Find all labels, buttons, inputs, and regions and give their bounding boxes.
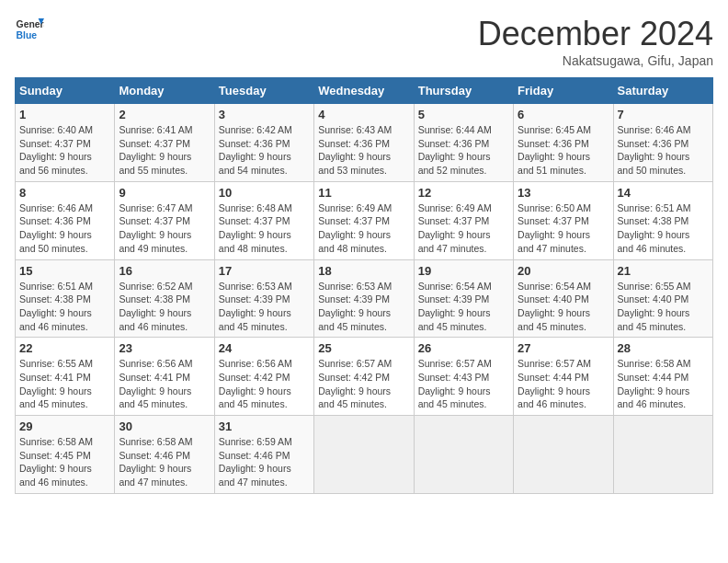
day-info: Sunrise: 6:58 AM Sunset: 4:46 PM Dayligh… — [119, 435, 210, 489]
day-number: 14 — [618, 186, 709, 200]
day-number: 30 — [119, 419, 210, 433]
calendar-cell: 4Sunrise: 6:43 AM Sunset: 4:36 PM Daylig… — [314, 104, 414, 182]
day-info: Sunrise: 6:44 AM Sunset: 4:36 PM Dayligh… — [418, 123, 509, 178]
day-info: Sunrise: 6:55 AM Sunset: 4:41 PM Dayligh… — [19, 357, 110, 411]
calendar-week-2: 8Sunrise: 6:46 AM Sunset: 4:36 PM Daylig… — [16, 181, 713, 259]
day-number: 16 — [119, 264, 210, 278]
day-info: Sunrise: 6:49 AM Sunset: 4:37 PM Dayligh… — [318, 201, 409, 256]
day-info: Sunrise: 6:45 AM Sunset: 4:36 PM Dayligh… — [518, 123, 609, 178]
day-number: 1 — [19, 108, 110, 121]
day-info: Sunrise: 6:53 AM Sunset: 4:39 PM Dayligh… — [318, 280, 409, 334]
day-info: Sunrise: 6:42 AM Sunset: 4:36 PM Dayligh… — [219, 123, 310, 178]
calendar-cell: 26Sunrise: 6:57 AM Sunset: 4:43 PM Dayli… — [414, 338, 513, 416]
day-number: 29 — [19, 419, 110, 433]
day-number: 23 — [119, 341, 210, 355]
calendar-cell: 7Sunrise: 6:46 AM Sunset: 4:36 PM Daylig… — [613, 104, 712, 182]
day-number: 3 — [219, 108, 310, 121]
calendar-cell: 20Sunrise: 6:54 AM Sunset: 4:40 PM Dayli… — [514, 259, 613, 338]
day-info: Sunrise: 6:51 AM Sunset: 4:38 PM Dayligh… — [19, 280, 110, 334]
day-number: 9 — [119, 186, 210, 200]
calendar-cell: 11Sunrise: 6:49 AM Sunset: 4:37 PM Dayli… — [314, 181, 414, 259]
day-info: Sunrise: 6:54 AM Sunset: 4:40 PM Dayligh… — [518, 280, 609, 334]
month-title: December 2024 — [478, 15, 713, 53]
day-number: 4 — [318, 108, 409, 121]
day-info: Sunrise: 6:57 AM Sunset: 4:43 PM Dayligh… — [418, 357, 509, 411]
day-number: 18 — [318, 264, 409, 278]
calendar-body: 1Sunrise: 6:40 AM Sunset: 4:37 PM Daylig… — [16, 104, 713, 494]
day-info: Sunrise: 6:57 AM Sunset: 4:42 PM Dayligh… — [318, 357, 409, 411]
day-info: Sunrise: 6:59 AM Sunset: 4:46 PM Dayligh… — [219, 435, 310, 489]
calendar-cell: 8Sunrise: 6:46 AM Sunset: 4:36 PM Daylig… — [16, 181, 115, 259]
day-number: 11 — [318, 186, 409, 200]
calendar-cell: 28Sunrise: 6:58 AM Sunset: 4:44 PM Dayli… — [613, 338, 712, 416]
calendar-cell: 14Sunrise: 6:51 AM Sunset: 4:38 PM Dayli… — [613, 181, 712, 259]
calendar-cell: 12Sunrise: 6:49 AM Sunset: 4:37 PM Dayli… — [414, 181, 513, 259]
calendar-cell: 1Sunrise: 6:40 AM Sunset: 4:37 PM Daylig… — [16, 104, 115, 182]
day-info: Sunrise: 6:56 AM Sunset: 4:41 PM Dayligh… — [119, 357, 210, 411]
day-number: 31 — [219, 419, 310, 433]
day-info: Sunrise: 6:53 AM Sunset: 4:39 PM Dayligh… — [219, 280, 310, 334]
logo: General Blue General Blue — [15, 15, 44, 44]
day-info: Sunrise: 6:46 AM Sunset: 4:36 PM Dayligh… — [618, 123, 709, 178]
day-header-wednesday: Wednesday — [314, 78, 414, 104]
day-info: Sunrise: 6:46 AM Sunset: 4:36 PM Dayligh… — [19, 201, 110, 256]
day-header-thursday: Thursday — [414, 78, 513, 104]
calendar-cell: 18Sunrise: 6:53 AM Sunset: 4:39 PM Dayli… — [314, 259, 414, 338]
calendar-cell: 16Sunrise: 6:52 AM Sunset: 4:38 PM Dayli… — [115, 259, 214, 338]
day-number: 6 — [518, 108, 609, 121]
day-info: Sunrise: 6:58 AM Sunset: 4:45 PM Dayligh… — [19, 435, 110, 489]
day-info: Sunrise: 6:54 AM Sunset: 4:39 PM Dayligh… — [418, 280, 509, 334]
calendar-cell: 5Sunrise: 6:44 AM Sunset: 4:36 PM Daylig… — [414, 104, 513, 182]
day-info: Sunrise: 6:50 AM Sunset: 4:37 PM Dayligh… — [518, 201, 609, 256]
day-header-saturday: Saturday — [613, 78, 712, 104]
calendar-cell — [314, 416, 414, 494]
calendar-cell: 27Sunrise: 6:57 AM Sunset: 4:44 PM Dayli… — [514, 338, 613, 416]
day-number: 26 — [418, 341, 509, 355]
calendar-cell — [514, 416, 613, 494]
title-area: December 2024 Nakatsugawa, Gifu, Japan — [478, 15, 713, 68]
calendar-week-3: 15Sunrise: 6:51 AM Sunset: 4:38 PM Dayli… — [16, 259, 713, 338]
day-number: 19 — [418, 264, 509, 278]
day-info: Sunrise: 6:48 AM Sunset: 4:37 PM Dayligh… — [219, 201, 310, 256]
calendar-table: SundayMondayTuesdayWednesdayThursdayFrid… — [15, 77, 713, 494]
day-number: 13 — [518, 186, 609, 200]
calendar-cell: 3Sunrise: 6:42 AM Sunset: 4:36 PM Daylig… — [214, 104, 313, 182]
day-header-monday: Monday — [115, 78, 214, 104]
calendar-cell: 23Sunrise: 6:56 AM Sunset: 4:41 PM Dayli… — [115, 338, 214, 416]
day-info: Sunrise: 6:43 AM Sunset: 4:36 PM Dayligh… — [318, 123, 409, 178]
day-info: Sunrise: 6:47 AM Sunset: 4:37 PM Dayligh… — [119, 201, 210, 256]
day-info: Sunrise: 6:49 AM Sunset: 4:37 PM Dayligh… — [418, 201, 509, 256]
calendar-cell: 25Sunrise: 6:57 AM Sunset: 4:42 PM Dayli… — [314, 338, 414, 416]
calendar-cell: 31Sunrise: 6:59 AM Sunset: 4:46 PM Dayli… — [214, 416, 313, 494]
calendar-cell: 6Sunrise: 6:45 AM Sunset: 4:36 PM Daylig… — [514, 104, 613, 182]
calendar-cell — [414, 416, 513, 494]
day-info: Sunrise: 6:55 AM Sunset: 4:40 PM Dayligh… — [618, 280, 709, 334]
calendar-cell: 19Sunrise: 6:54 AM Sunset: 4:39 PM Dayli… — [414, 259, 513, 338]
calendar-cell — [613, 416, 712, 494]
day-number: 20 — [518, 264, 609, 278]
calendar-week-4: 22Sunrise: 6:55 AM Sunset: 4:41 PM Dayli… — [16, 338, 713, 416]
calendar-cell: 29Sunrise: 6:58 AM Sunset: 4:45 PM Dayli… — [16, 416, 115, 494]
day-number: 7 — [618, 108, 709, 121]
day-number: 24 — [219, 341, 310, 355]
calendar-week-1: 1Sunrise: 6:40 AM Sunset: 4:37 PM Daylig… — [16, 104, 713, 182]
day-number: 15 — [19, 264, 110, 278]
day-info: Sunrise: 6:56 AM Sunset: 4:42 PM Dayligh… — [219, 357, 310, 411]
day-number: 12 — [418, 186, 509, 200]
logo-icon: General Blue — [15, 15, 44, 44]
day-number: 27 — [518, 341, 609, 355]
calendar-cell: 22Sunrise: 6:55 AM Sunset: 4:41 PM Dayli… — [16, 338, 115, 416]
day-number: 10 — [219, 186, 310, 200]
day-info: Sunrise: 6:41 AM Sunset: 4:37 PM Dayligh… — [119, 123, 210, 178]
day-info: Sunrise: 6:52 AM Sunset: 4:38 PM Dayligh… — [119, 280, 210, 334]
day-number: 21 — [618, 264, 709, 278]
day-number: 22 — [19, 341, 110, 355]
svg-text:Blue: Blue — [17, 30, 38, 40]
calendar-cell: 13Sunrise: 6:50 AM Sunset: 4:37 PM Dayli… — [514, 181, 613, 259]
day-header-sunday: Sunday — [16, 78, 115, 104]
day-number: 17 — [219, 264, 310, 278]
day-header-friday: Friday — [514, 78, 613, 104]
day-info: Sunrise: 6:58 AM Sunset: 4:44 PM Dayligh… — [618, 357, 709, 411]
day-header-tuesday: Tuesday — [214, 78, 313, 104]
calendar-cell: 15Sunrise: 6:51 AM Sunset: 4:38 PM Dayli… — [16, 259, 115, 338]
